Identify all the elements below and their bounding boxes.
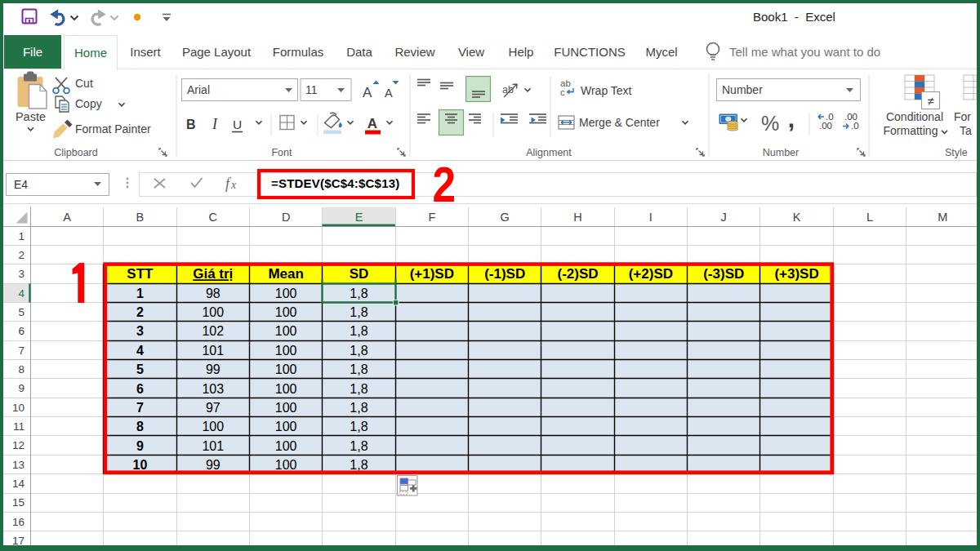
svg-text:A: A	[368, 116, 377, 131]
svg-text:7: 7	[136, 401, 144, 415]
svg-text:A: A	[385, 87, 393, 100]
svg-text:I: I	[649, 211, 653, 224]
svg-text:%: %	[761, 112, 779, 135]
svg-text:Ta: Ta	[960, 124, 972, 137]
svg-text:100: 100	[275, 287, 297, 300]
svg-text:STT: STT	[127, 266, 154, 282]
svg-text:Style: Style	[945, 147, 968, 158]
svg-text:4: 4	[136, 344, 144, 358]
svg-text:98: 98	[206, 287, 220, 300]
svg-text:For: For	[954, 110, 971, 123]
svg-text:G: G	[501, 211, 510, 224]
svg-text:16: 16	[12, 516, 24, 528]
svg-text:100: 100	[275, 401, 297, 415]
svg-text:Number: Number	[722, 83, 763, 96]
svg-text:9: 9	[136, 439, 144, 453]
svg-text:U: U	[233, 118, 242, 131]
svg-text:100: 100	[275, 344, 297, 358]
svg-text:Formatting: Formatting	[884, 124, 938, 137]
svg-text:F: F	[428, 211, 435, 224]
svg-text:97: 97	[206, 401, 220, 415]
svg-text:Number: Number	[763, 147, 799, 158]
svg-text:(+2)SD: (+2)SD	[629, 266, 673, 282]
svg-text:100: 100	[275, 362, 297, 376]
svg-text:1,8: 1,8	[350, 324, 368, 338]
svg-text:Format Painter: Format Painter	[75, 122, 151, 136]
svg-text:1,8: 1,8	[350, 362, 368, 376]
svg-text:100: 100	[275, 458, 297, 472]
svg-text:A: A	[363, 85, 372, 100]
svg-text:Alignment: Alignment	[526, 147, 572, 158]
svg-text:3: 3	[136, 324, 144, 338]
svg-text:Font: Font	[271, 147, 292, 158]
svg-text:11: 11	[13, 420, 24, 433]
svg-text:1: 1	[18, 230, 24, 242]
svg-text:(-3)SD: (-3)SD	[703, 266, 744, 282]
svg-text:(+1)SD: (+1)SD	[410, 266, 454, 282]
svg-text:100: 100	[202, 305, 224, 319]
svg-text:1,8: 1,8	[350, 458, 368, 472]
svg-text:(-1)SD: (-1)SD	[484, 266, 525, 282]
svg-text:2: 2	[136, 305, 144, 319]
svg-text:9: 9	[18, 382, 24, 394]
svg-text:(-2)SD: (-2)SD	[557, 266, 598, 282]
svg-text:1: 1	[136, 287, 144, 300]
svg-text:100: 100	[275, 305, 297, 319]
svg-text:1,8: 1,8	[350, 305, 368, 319]
svg-text:11: 11	[305, 83, 318, 96]
svg-text:3: 3	[18, 268, 24, 280]
svg-text:c: c	[560, 87, 565, 97]
svg-text:(+3)SD: (+3)SD	[774, 266, 818, 282]
svg-text:6: 6	[18, 325, 24, 337]
svg-text:1,8: 1,8	[350, 439, 368, 453]
svg-text:1,8: 1,8	[350, 382, 368, 396]
svg-text:1,8: 1,8	[350, 420, 368, 433]
svg-text:D: D	[282, 211, 290, 224]
svg-text:A: A	[63, 211, 71, 224]
svg-text:13: 13	[12, 459, 24, 471]
svg-text:7: 7	[18, 344, 24, 357]
svg-text:100: 100	[275, 439, 297, 453]
svg-text:2: 2	[18, 249, 24, 261]
svg-text:102: 102	[202, 324, 224, 338]
svg-text:1,8: 1,8	[350, 287, 368, 300]
svg-text:1,8: 1,8	[350, 344, 368, 358]
svg-text:12: 12	[12, 439, 24, 451]
svg-text:1,8: 1,8	[350, 401, 368, 415]
svg-text:L: L	[866, 211, 873, 224]
svg-text:10: 10	[12, 402, 24, 414]
svg-text:5: 5	[18, 306, 24, 318]
svg-text:100: 100	[275, 420, 297, 433]
svg-text:Clipboard: Clipboard	[54, 147, 98, 158]
svg-text:,: ,	[788, 105, 795, 132]
svg-text:100: 100	[275, 382, 297, 396]
svg-text:B: B	[136, 211, 145, 224]
svg-text:SD: SD	[350, 266, 369, 282]
svg-text:B: B	[186, 118, 196, 131]
svg-text:Cut: Cut	[75, 77, 93, 90]
svg-text:100: 100	[202, 420, 224, 433]
svg-text:Mean: Mean	[268, 266, 303, 282]
svg-text:Conditional: Conditional	[886, 110, 943, 123]
svg-text:6: 6	[136, 382, 144, 396]
svg-text:14: 14	[12, 478, 25, 490]
svg-text:Giá trị: Giá trị	[193, 266, 233, 282]
svg-text:M: M	[938, 211, 947, 224]
svg-text:I: I	[212, 116, 218, 132]
svg-text:E: E	[355, 211, 363, 224]
svg-text:4: 4	[18, 287, 24, 300]
svg-text:101: 101	[202, 344, 224, 358]
svg-text:99: 99	[206, 362, 220, 376]
svg-text:C: C	[209, 211, 217, 224]
svg-text:Paste: Paste	[16, 110, 46, 123]
svg-text:99: 99	[206, 458, 220, 472]
svg-text:101: 101	[202, 439, 224, 453]
svg-text:100: 100	[275, 324, 297, 338]
svg-text:Merge & Center: Merge & Center	[579, 116, 660, 129]
svg-text:8: 8	[136, 420, 144, 433]
svg-text:x: x	[230, 179, 237, 191]
svg-text:J: J	[721, 211, 727, 224]
svg-text:2: 2	[433, 159, 457, 208]
svg-text:.0: .0	[851, 121, 859, 131]
svg-text:103: 103	[202, 382, 224, 396]
